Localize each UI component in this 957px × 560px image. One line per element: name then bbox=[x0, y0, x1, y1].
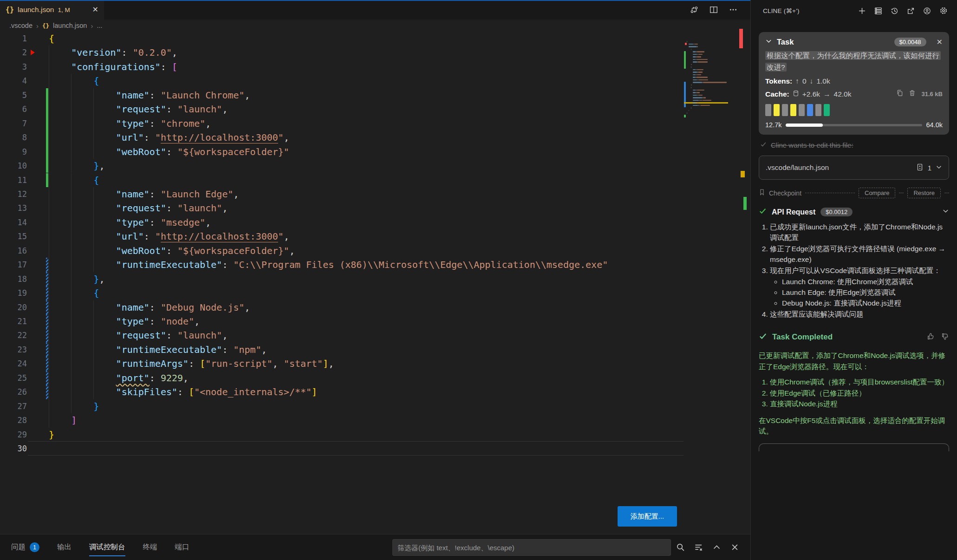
code-line-18[interactable]: 18}, bbox=[0, 272, 750, 286]
panel-tab-strip: 问题1输出调试控制台终端端口 bbox=[11, 534, 189, 560]
breadcrumb[interactable]: .vscode › {} launch.json › ... bbox=[0, 20, 750, 32]
compare-button[interactable]: Compare bbox=[859, 188, 895, 198]
tokens-row: Tokens: ↑ 0 ↓ 1.0k bbox=[765, 77, 943, 85]
breadcrumb-file[interactable]: launch.json bbox=[53, 22, 87, 29]
code-line-1[interactable]: 1{ bbox=[0, 32, 750, 46]
chevron-down-icon[interactable] bbox=[942, 208, 949, 216]
panel-tab-问题[interactable]: 问题1 bbox=[11, 534, 39, 560]
breadcrumb-folder[interactable]: .vscode bbox=[9, 22, 33, 29]
code-line-26[interactable]: 26"skipFiles": ["<node_internals>/**"] bbox=[0, 385, 750, 399]
plus-icon[interactable] bbox=[858, 7, 866, 15]
chevron-down-icon[interactable] bbox=[936, 164, 942, 172]
breadcrumb-separator: › bbox=[91, 22, 93, 30]
code-line-14[interactable]: 14"type": "msedge", bbox=[0, 215, 750, 229]
code-line-19[interactable]: 19{ bbox=[0, 286, 750, 300]
code-line-23[interactable]: 23"runtimeExecutable": "npm", bbox=[0, 343, 750, 357]
thumbs-up-icon[interactable] bbox=[927, 332, 935, 342]
add-config-button[interactable]: 添加配置... bbox=[618, 506, 677, 527]
close-panel-icon[interactable] bbox=[730, 543, 739, 552]
completed-outro: 在VSCode中按F5或点击调试面板，选择适合的配置开始调试。 bbox=[759, 415, 949, 437]
code-line-8[interactable]: 8"url": "http://localhost:3000", bbox=[0, 130, 750, 144]
delete-icon[interactable] bbox=[909, 90, 916, 98]
context-used: 12.7k bbox=[765, 121, 781, 129]
code-line-21[interactable]: 21"type": "node", bbox=[0, 314, 750, 328]
copy-icon[interactable] bbox=[896, 90, 903, 98]
history-icon[interactable] bbox=[891, 7, 898, 15]
code-line-4[interactable]: 4{ bbox=[0, 74, 750, 88]
code-line-29[interactable]: 29} bbox=[0, 428, 750, 442]
problems-filter-input[interactable] bbox=[392, 539, 671, 556]
api-response-step: 这些配置应该能解决调试问题 bbox=[770, 309, 949, 319]
code-line-27[interactable]: 27} bbox=[0, 399, 750, 413]
task-completed-row: Task Completed bbox=[759, 332, 949, 342]
minimap[interactable] bbox=[684, 39, 728, 122]
code-line-10[interactable]: 10}, bbox=[0, 159, 750, 173]
open-changes-icon[interactable] bbox=[690, 6, 698, 14]
code-line-12[interactable]: 12"name": "Launch Edge", bbox=[0, 187, 750, 201]
restore-button[interactable]: Restore bbox=[907, 188, 941, 198]
panel-tab-端口[interactable]: 端口 bbox=[175, 534, 189, 560]
open-in-editor-icon[interactable] bbox=[907, 7, 915, 15]
code-line-6[interactable]: 6"request": "launch", bbox=[0, 102, 750, 116]
code-editor[interactable]: 1{2"version": "0.2.0",3"configurations":… bbox=[0, 32, 750, 461]
close-task-icon[interactable]: ✕ bbox=[937, 38, 943, 46]
code-line-22[interactable]: 22"request": "launch", bbox=[0, 328, 750, 342]
bookmark-icon bbox=[759, 189, 765, 197]
tokens-down-value: 1.0k bbox=[816, 77, 830, 85]
cache-label: Cache: bbox=[765, 90, 789, 98]
code-line-20[interactable]: 20"name": "Debug Node.js", bbox=[0, 300, 750, 314]
panel-tab-调试控制台[interactable]: 调试控制台 bbox=[89, 534, 125, 560]
split-editor-icon[interactable] bbox=[710, 6, 718, 14]
api-request-row[interactable]: API Request $0.0012 bbox=[759, 207, 949, 217]
code-line-25[interactable]: 25"port": 9229, bbox=[0, 371, 750, 385]
task-size: 31.6 kB bbox=[921, 91, 943, 98]
settings-icon[interactable] bbox=[939, 7, 948, 15]
check-icon bbox=[759, 332, 767, 342]
chat-input[interactable] bbox=[759, 443, 949, 451]
code-line-17[interactable]: 17"runtimeExecutable": "C:\\Program File… bbox=[0, 258, 750, 272]
task-text: 根据这个配置，为什么我的程序无法调试，该如何进行改进? bbox=[765, 50, 943, 73]
code-line-24[interactable]: 24"runtimeArgs": ["run-script", "start"]… bbox=[0, 357, 750, 371]
code-line-28[interactable]: 28] bbox=[0, 413, 750, 427]
code-line-13[interactable]: 13"request": "launch", bbox=[0, 201, 750, 215]
code-line-5[interactable]: 5"name": "Launch Chrome", bbox=[0, 88, 750, 102]
completed-intro: 已更新调试配置，添加了Chrome和Node.js调试选项，并修正了Edge浏览… bbox=[759, 350, 949, 372]
close-tab-icon[interactable]: ✕ bbox=[92, 6, 98, 13]
gutter-added-indicator bbox=[46, 117, 48, 130]
code-line-7[interactable]: 7"type": "chrome", bbox=[0, 117, 750, 130]
code-line-30[interactable]: 30 bbox=[0, 442, 750, 456]
edited-file-row[interactable]: .vscode/launch.json 1 bbox=[759, 156, 949, 180]
error-marker-icon bbox=[31, 50, 35, 55]
editor-actions bbox=[690, 0, 737, 20]
tab-launch-json[interactable]: {} launch.json 1, M ✕ bbox=[0, 0, 104, 20]
breadcrumb-symbol[interactable]: ... bbox=[97, 22, 102, 29]
tokens-up-value: 0 bbox=[802, 77, 807, 85]
vscode-window: {} launch.json 1, M ✕ bbox=[0, 0, 957, 560]
chevron-down-icon[interactable] bbox=[765, 38, 772, 46]
clear-filter-icon[interactable] bbox=[694, 543, 703, 552]
code-line-2[interactable]: 2"version": "0.2.0", bbox=[0, 46, 750, 59]
maximize-panel-icon[interactable] bbox=[712, 543, 721, 552]
panel-tab-输出[interactable]: 输出 bbox=[57, 534, 72, 560]
completed-item: 直接调试Node.js进程 bbox=[770, 398, 949, 410]
context-blocks bbox=[765, 104, 943, 116]
context-window-row: 12.7k 64.0k bbox=[765, 121, 943, 129]
api-response-step: 现在用户可以从VSCode调试面板选择三种调试配置：Launch Chrome:… bbox=[770, 265, 949, 308]
task-completed-title: Task Completed bbox=[772, 332, 833, 342]
mcp-servers-icon[interactable] bbox=[874, 7, 882, 15]
code-line-9[interactable]: 9"webRoot": "${workspaceFolder}" bbox=[0, 145, 750, 159]
panel-tab-终端[interactable]: 终端 bbox=[143, 534, 157, 560]
gutter-modified-indicator bbox=[46, 272, 48, 286]
code-line-15[interactable]: 15"url": "http://localhost:3000", bbox=[0, 229, 750, 243]
account-icon[interactable] bbox=[923, 7, 931, 15]
search-icon[interactable] bbox=[676, 543, 685, 552]
code-line-16[interactable]: 16"webRoot": "${workspaceFolder}", bbox=[0, 244, 750, 258]
code-line-11[interactable]: 11{ bbox=[0, 173, 750, 187]
task-card-header[interactable]: Task $0.0048 ✕ bbox=[765, 38, 943, 46]
cache-read-value: 42.0k bbox=[834, 90, 852, 98]
panel-actions bbox=[676, 534, 739, 560]
code-line-3[interactable]: 3"configurations": [ bbox=[0, 60, 750, 74]
more-actions-icon[interactable] bbox=[729, 6, 737, 14]
thumbs-down-icon[interactable] bbox=[941, 332, 949, 342]
json-file-icon: {} bbox=[42, 22, 49, 29]
